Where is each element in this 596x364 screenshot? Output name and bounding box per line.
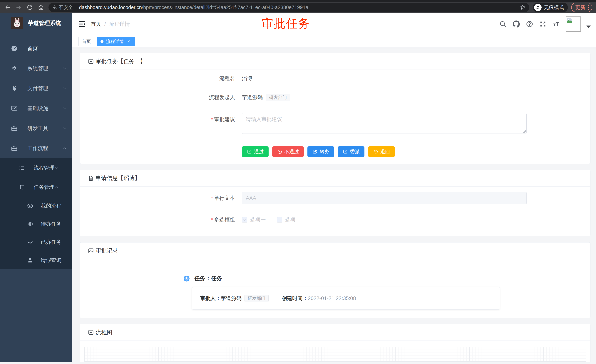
breadcrumb-home[interactable]: 首页 (91, 21, 101, 28)
not-secure-warning-icon (52, 5, 57, 10)
approve-button-label: 通过 (254, 148, 264, 155)
opinion-textarea[interactable] (242, 113, 527, 134)
avatar[interactable] (566, 16, 581, 32)
checkbox-unchecked-icon (277, 217, 282, 223)
flow-icon (19, 184, 25, 190)
bpmn-canvas[interactable] (84, 347, 586, 362)
diagram-card-header: 流程图 (80, 324, 590, 341)
browser-reload-button[interactable] (26, 3, 34, 12)
approval-record-box: 审批人： 芋道源码 研发部门 创建时间： 2022-01-21 22:35:08 (192, 287, 500, 310)
text-field-label: *单行文本 (80, 195, 238, 202)
annotation-text: 审批任务 (261, 15, 310, 32)
sidebar-item-my-process[interactable]: 我的流程 (0, 197, 72, 215)
sidebar-item-label: 基础设施 (27, 105, 62, 112)
tab-home[interactable]: 首页 (78, 37, 94, 46)
github-icon[interactable] (512, 20, 520, 28)
address-bar[interactable]: 不安全 dashboard.yudao.iocoder.cn/bpm/proce… (48, 3, 529, 12)
approve-button[interactable]: 通过 (242, 146, 268, 157)
toolbox-icon (11, 145, 18, 152)
approver-label: 审批人： (200, 295, 221, 302)
sidebar-item-leave-query[interactable]: 请假查询 (0, 251, 72, 269)
incognito-badge: 无痕模式 (533, 3, 568, 12)
not-secure-label[interactable]: 不安全 (59, 4, 73, 11)
menu-fold-icon[interactable] (78, 20, 86, 28)
sidebar-logo-row[interactable]: 芋道管理系统 (0, 13, 72, 33)
sidebar-item-label: 请假查询 (41, 257, 61, 264)
browser-back-button[interactable] (3, 3, 12, 12)
font-size-icon[interactable] (552, 20, 560, 28)
transfer-button[interactable]: 转办 (307, 146, 334, 157)
reject-button[interactable]: 不通过 (272, 146, 304, 157)
app-logo (11, 17, 23, 29)
chevron-down-icon (62, 86, 67, 91)
approve-actions: 通过 不通过 转办 委 (242, 146, 590, 157)
browser-toolbar: 不安全 dashboard.yudao.iocoder.cn/bpm/proce… (0, 0, 596, 13)
opinion-label: *审批建议 (80, 113, 238, 123)
home-icon (38, 4, 44, 10)
reload-icon (27, 4, 33, 10)
approve-card-title: 审批任务【任务一】 (96, 58, 146, 65)
chevron-down-icon (62, 106, 67, 111)
picture-icon (88, 329, 94, 335)
tab-close-icon[interactable]: × (127, 39, 131, 44)
browser-menu-icon[interactable] (588, 5, 589, 10)
sidebar-item-todo-tasks[interactable]: 待办任务 (0, 215, 72, 233)
yen-icon: ¥ (11, 85, 18, 92)
tab-process-detail[interactable]: 流程详情 × (97, 37, 135, 46)
timeline-task-title: 任务：任务一 (194, 275, 228, 282)
sidebar-item-workflow[interactable]: 工作流程 (0, 138, 72, 158)
checkbox-option-1[interactable]: 选项一 (242, 216, 266, 223)
sidebar-item-label: 任务管理 (34, 184, 54, 191)
approve-card-body: 流程名 滔博 流程发起人 芋道源码 研发部门 *审批建议 (80, 70, 590, 164)
help-icon[interactable] (526, 20, 533, 28)
sidebar-item-home[interactable]: 首页 (0, 38, 72, 58)
document-icon (88, 175, 94, 181)
app-shell: 芋道管理系统 首页 系统管理 ¥ 支付管理 (0, 13, 596, 362)
chevron-up-icon (54, 185, 59, 189)
sidebar-item-label: 系统管理 (27, 65, 62, 72)
created-time-label: 创建时间： (282, 295, 308, 302)
checkbox-option-2[interactable]: 选项二 (277, 216, 301, 223)
sidebar-item-process-mgmt[interactable]: 流程管理 (0, 158, 72, 178)
process-starter-label: 流程发起人 (80, 94, 238, 101)
sidebar-item-system[interactable]: 系统管理 (0, 58, 72, 78)
toolbox-icon (11, 125, 18, 132)
incognito-label: 无痕模式 (544, 4, 564, 11)
sidebar-item-label: 工作流程 (27, 145, 62, 152)
fullscreen-icon[interactable] (539, 20, 547, 28)
search-icon[interactable] (499, 20, 507, 28)
bookmark-star-icon[interactable] (520, 4, 526, 10)
process-name-value: 滔博 (242, 75, 252, 82)
sidebar-item-infra[interactable]: 基础设施 (0, 98, 72, 118)
transfer-button-label: 转办 (320, 148, 329, 155)
url-host: dashboard.yudao.iocoder.cn (79, 5, 142, 10)
sidebar-item-devtools[interactable]: 研发工具 (0, 118, 72, 138)
apply-card-title: 申请信息【滔博】 (96, 175, 140, 182)
delegate-button-label: 委派 (350, 148, 360, 155)
chevron-down-icon (62, 126, 67, 131)
checkbox-label: 选项一 (250, 216, 266, 223)
return-button[interactable]: 退回 (368, 146, 395, 157)
sidebar-item-payment[interactable]: ¥ 支付管理 (0, 78, 72, 98)
sidebar-item-label: 我的流程 (41, 202, 61, 209)
browser-update-button[interactable]: 更新 (571, 3, 592, 12)
record-card-header: 审批记录 (80, 242, 590, 259)
avatar-caret-icon[interactable] (586, 26, 591, 28)
text-field-row: *单行文本 (80, 192, 590, 204)
browser-forward-button[interactable] (15, 3, 23, 12)
url-text[interactable]: dashboard.yudao.iocoder.cn/bpm/process-i… (79, 5, 308, 10)
sidebar-item-label: 待办任务 (41, 220, 61, 227)
sidebar-item-task-mgmt[interactable]: 任务管理 (0, 178, 72, 197)
text-field-input[interactable] (242, 192, 527, 204)
main-area: 首页 / 流程详情 审批任务 首页 (72, 13, 596, 362)
browser-home-button[interactable] (37, 3, 45, 12)
sidebar-item-done-tasks[interactable]: 已办任务 (0, 233, 72, 251)
checkbox-label: 选项二 (285, 216, 301, 223)
delegate-button[interactable]: 委派 (338, 146, 365, 157)
chevron-down-icon (62, 66, 67, 71)
diagram-card-title: 流程图 (96, 328, 112, 336)
breadcrumb-current: 流程详情 (109, 21, 130, 28)
incognito-icon (534, 4, 542, 11)
required-asterisk: * (211, 195, 213, 201)
edit-icon (343, 149, 348, 154)
